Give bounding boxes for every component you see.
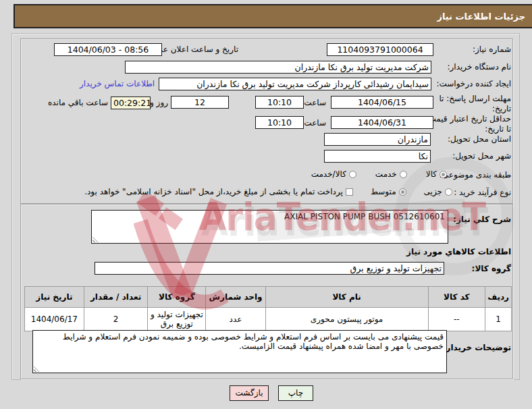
radio-service-label: خدمت: [375, 169, 397, 179]
delivery-province-field[interactable]: مازندران: [324, 133, 431, 146]
buyer-notes-textarea[interactable]: قیمت پیشنهادی می بایست بر اساس فرم استعل…: [32, 330, 447, 373]
col-group: گروه کالا: [148, 287, 206, 308]
price-validity-label: حداقل تاریخ اعتبار قیمت: تا تاریخ:: [420, 114, 511, 134]
cell-item-name: موتور پیستون محوری: [265, 308, 428, 331]
process-option-medium[interactable]: متوسط: [371, 187, 406, 196]
classification-option-service[interactable]: خدمت: [375, 169, 407, 179]
cell-item-code: --: [428, 308, 485, 331]
process-type-options: جزیی متوسط پرداخت تمام یا بخشی از مبلغ خ…: [84, 187, 452, 196]
goods-table: ردیف کد کالا نام کالا واحد شمارش گروه کا…: [24, 286, 512, 331]
need-description-text: AXIAL PISTON PUMP BUSH 0512610601: [284, 212, 445, 221]
resize-grip-icon[interactable]: [92, 236, 99, 242]
hours-remaining-label: ساعت باقي مانده: [48, 98, 108, 108]
buyer-org-field[interactable]: شرکت مدیریت تولید برق نکا مازندران: [125, 61, 431, 74]
col-item-name: نام کالا: [265, 287, 428, 308]
price-validity-hour-label: ساعت: [304, 118, 326, 128]
goods-info-header: اطلاعات کالاهاي مورد نیاز: [406, 247, 511, 257]
treasury-payment-option[interactable]: پرداخت تمام یا بخشی از مبلغ خرید،از محل …: [84, 187, 353, 196]
price-validity-date-field[interactable]: 1404/06/31: [331, 116, 433, 129]
need-description-label: شرح کلي نیاز:: [453, 215, 511, 225]
classification-option-goods[interactable]: کالا: [426, 169, 447, 179]
radio-medium-label: متوسط: [371, 187, 396, 196]
days-and-label: روز و: [150, 98, 168, 108]
need-number-label: شماره نیاز:: [473, 45, 511, 55]
goods-table-header-row: ردیف کد کالا نام کالا واحد شمارش گروه کا…: [25, 287, 512, 308]
goods-group-field[interactable]: تجهیزات تولید و توزیع برق: [95, 262, 444, 275]
cell-quantity: 2: [84, 308, 148, 331]
delivery-province-label: استان محل تحویل:: [448, 134, 511, 144]
radio-minor-label: جزیی: [424, 187, 442, 196]
reply-deadline-label: مهلت ارسال پاسخ: تا تاریخ:: [435, 94, 511, 114]
delivery-city-field[interactable]: نکا: [324, 150, 431, 163]
remaining-time-field: 00:29:21: [111, 97, 151, 109]
process-type-label: نوع فرآیند خرید :: [454, 188, 511, 198]
classification-label: طبقه بندی موضوعی:: [440, 170, 511, 180]
page-title-bar: جزئیات اطلاعات نیاز: [14, 4, 532, 28]
goods-group-label: گروه کالا:: [472, 264, 511, 274]
resize-grip-icon[interactable]: [34, 365, 41, 372]
print-button[interactable]: چاپ: [278, 385, 313, 401]
classification-option-goods-service[interactable]: کالا/خدمت: [311, 169, 356, 179]
page-title: جزئیات اطلاعات نیاز: [437, 11, 525, 22]
reply-deadline-date-field[interactable]: 1404/06/15: [331, 96, 433, 109]
request-creator-field[interactable]: سیدایمان رشیدائی کارپرداز شرکت مدیریت تو…: [159, 78, 431, 90]
col-need-date: تاریخ نیاز: [25, 287, 84, 308]
price-validity-time-field[interactable]: 10:10: [255, 116, 304, 129]
buyer-org-label: نام دستگاه خریدار:: [448, 62, 512, 72]
remaining-days-field[interactable]: 12: [171, 96, 229, 109]
back-button[interactable]: بازگشت: [230, 385, 269, 401]
treasury-checkbox[interactable]: [346, 188, 353, 196]
radio-goods[interactable]: [440, 171, 447, 178]
cell-row-number: 1: [485, 308, 512, 331]
radio-medium[interactable]: [399, 188, 406, 196]
need-number-field[interactable]: 1104093791000064: [327, 43, 433, 56]
col-quantity: تعداد / مقدار: [84, 287, 148, 308]
reply-deadline-hour-label: ساعت: [304, 98, 326, 108]
request-creator-label: ایجاد کننده درخواست:: [436, 79, 511, 89]
radio-minor[interactable]: [445, 188, 452, 196]
cell-need-date: 1404/06/17: [25, 308, 84, 331]
cell-group: تجهیزات تولید و توزیع برق: [148, 308, 206, 331]
delivery-city-label: شهر محل تحویل:: [452, 151, 511, 161]
col-row-number: ردیف: [485, 287, 512, 308]
radio-service[interactable]: [400, 171, 407, 178]
treasury-checkbox-label: پرداخت تمام یا بخشی از مبلغ خرید،از محل …: [84, 187, 343, 196]
radio-goods-service[interactable]: [349, 171, 356, 178]
classification-options: کالا خدمت کالا/خدمت: [311, 169, 447, 179]
col-item-code: کد کالا: [428, 287, 485, 308]
announce-datetime-field[interactable]: 1404/06/03 - 08:56: [54, 43, 162, 56]
radio-goods-service-label: کالا/خدمت: [311, 169, 346, 179]
col-unit: واحد شمارش: [206, 287, 265, 308]
radio-goods-label: کالا: [426, 169, 437, 179]
table-row: 1 -- موتور پیستون محوری عدد تجهیزات تولی…: [25, 308, 512, 331]
buyer-notes-text: قیمت پیشنهادی می بایست بر اساس فرم استعل…: [63, 332, 444, 351]
process-option-minor[interactable]: جزیی: [424, 187, 452, 196]
buyer-contact-link[interactable]: اطلاعات تماس خریدار: [80, 79, 155, 88]
reply-deadline-time-field[interactable]: 10:10: [255, 96, 304, 109]
cell-unit: عدد: [206, 308, 265, 331]
need-description-textarea[interactable]: AXIAL PISTON PUMP BUSH 0512610601: [91, 210, 448, 244]
buyer-notes-label: توضیحات خریدار:: [443, 343, 511, 353]
